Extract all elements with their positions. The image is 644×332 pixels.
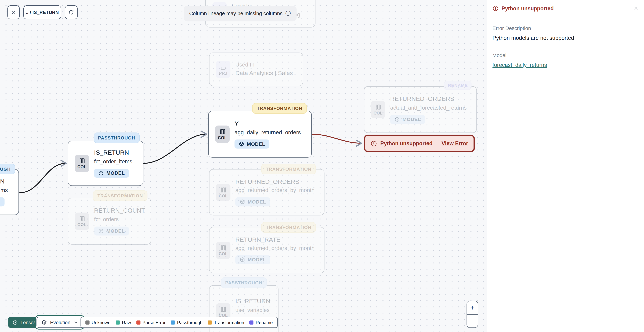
panel-title: Python unsupported — [502, 5, 554, 11]
model-chip: MODEL — [390, 115, 425, 124]
columns-icon — [220, 186, 226, 193]
banner-text: Column lineage may be missing columns — [189, 11, 282, 16]
project-icon: PRJ — [216, 61, 230, 78]
cube-icon — [240, 257, 245, 263]
model-chip: MODEL — [94, 169, 129, 178]
zoom-in-button[interactable]: + — [467, 301, 478, 314]
lineage-node-return-count[interactable]: TRANSFORMATION COL RETURN_COUNT fct_orde… — [68, 198, 151, 245]
lineage-node-is-return-fct-order-items[interactable]: PASSTHROUGH COL IS_RETURN fct_order_item… — [68, 141, 144, 186]
node-title: RETURNED_ORDERS — [235, 178, 314, 186]
error-node-badge[interactable]: Python unsupported View Error — [364, 135, 475, 152]
lineage-node-return-rate[interactable]: TRANSFORMATION COL RETURN_RATE agg_retur… — [209, 227, 324, 273]
lineage-warning-banner: Column lineage may be missing columns ⓘ — [184, 6, 296, 21]
model-chip-label: MODEL — [248, 199, 266, 205]
passthrough-badge: PASSTHROUGH — [94, 132, 140, 143]
node-subtitle: fct_orders — [94, 216, 144, 223]
icon-box-label: PRJ — [219, 71, 228, 75]
legend-swatch-passthrough — [171, 320, 175, 325]
transformation-badge: TRANSFORMATION — [252, 103, 307, 114]
cube-icon — [394, 117, 400, 122]
model-chip: MODEL — [235, 198, 270, 207]
icon-box-label: COL — [374, 111, 383, 115]
node-title: IS_RETURN — [94, 149, 132, 157]
columns-icon — [375, 104, 382, 110]
zoom-controls: + − — [467, 301, 478, 328]
icon-box-label: COL — [219, 251, 228, 256]
passthrough-badge: PASSTHROUGH — [0, 164, 15, 174]
model-chip: MODEL — [0, 197, 4, 207]
edge-type-legend: Unknown Raw Parse Error Passthrough Tran… — [80, 317, 278, 328]
error-description-label: Error Description — [492, 25, 639, 31]
model-chip-label: MODEL — [106, 170, 125, 176]
chevron-down-icon — [73, 320, 78, 325]
refresh-button[interactable] — [65, 5, 78, 19]
lens-selector-value: Evolution — [50, 320, 70, 325]
model-chip: MODEL — [234, 139, 269, 149]
model-chip-label: MODEL — [106, 228, 125, 234]
warning-circle-icon — [492, 5, 499, 11]
node-title: IS_RETURN — [235, 298, 270, 305]
lens-selector[interactable]: Evolution — [35, 315, 85, 330]
column-icon: COL — [215, 125, 230, 143]
node-subtitle: Data Analytics | Sales — [235, 70, 293, 77]
node-title: RETURN_RATE — [235, 236, 314, 244]
cube-icon — [239, 141, 244, 147]
close-lineage-button[interactable] — [7, 5, 20, 19]
column-icon: COL — [216, 184, 230, 201]
aperture-icon — [12, 320, 18, 325]
lineage-node-returned-orders-month[interactable]: TRANSFORMATION COL RETURNED_ORDERS agg_r… — [209, 169, 324, 216]
panel-body: Error Description Python models are not … — [487, 17, 644, 77]
node-subtitle: actual_and_forecasted_returns — [390, 105, 467, 111]
legend-item: Passthrough — [171, 320, 202, 325]
column-icon: COL — [371, 101, 385, 118]
column-icon: COL — [216, 241, 230, 259]
model-chip: MODEL — [235, 255, 270, 265]
legend-item: Unknown — [86, 320, 110, 325]
cube-icon — [98, 170, 104, 176]
icon-box-label: COL — [78, 165, 86, 169]
lineage-node-returned-orders-forecast[interactable]: RENAME COL RETURNED_ORDERS actual_and_fo… — [364, 86, 477, 133]
legend-item: Rename — [250, 320, 273, 325]
node-subtitle: fct_order_items — [0, 187, 8, 194]
column-icon: COL — [75, 155, 89, 172]
node-title: RETURN_COUNT — [94, 207, 144, 215]
legend-swatch-rename — [250, 320, 254, 325]
close-icon — [633, 6, 639, 11]
columns-icon — [220, 244, 226, 251]
model-link[interactable]: forecast_daily_returns — [492, 62, 547, 68]
lineage-canvas[interactable]: PRJ Used In Data Analytics | Marketing P… — [0, 0, 487, 332]
cube-icon — [98, 228, 104, 234]
legend-swatch-raw — [116, 320, 120, 325]
lineage-node-used-in-sales[interactable]: PRJ Used In Data Analytics | Sales — [209, 52, 303, 86]
app-window: PRJ Used In Data Analytics | Marketing P… — [0, 0, 644, 332]
icon-box-label: COL — [78, 222, 86, 227]
node-subtitle: fct_order_items — [94, 158, 132, 165]
transformation-badge: TRANSFORMATION — [93, 190, 148, 201]
columns-icon — [78, 158, 85, 164]
legend-swatch-unknown — [86, 320, 90, 325]
breadcrumb[interactable]: .. / IS_RETURN — [24, 5, 61, 19]
panel-close-button[interactable] — [633, 6, 639, 11]
legend-swatch-parse-error — [136, 320, 140, 325]
lineage-node-y-agg-daily[interactable]: TRANSFORMATION COL Y agg_daily_returned_… — [208, 111, 312, 158]
model-chip: MODEL — [94, 227, 129, 236]
node-subtitle: agg_daily_returned_orders — [234, 129, 301, 136]
view-error-link[interactable]: View Error — [442, 140, 468, 146]
lineage-node-is-return-clipped[interactable]: PASSTHROUGH COL IS_RETURN fct_order_item… — [0, 169, 19, 215]
zoom-out-button[interactable]: − — [467, 314, 478, 328]
error-description-text: Python models are not supported — [492, 35, 639, 41]
rename-badge: RENAME — [444, 81, 472, 90]
passthrough-badge: PASSTHROUGH — [221, 277, 267, 288]
model-chip-label: MODEL — [402, 117, 421, 122]
node-subtitle: agg_returned_orders_by_month — [235, 245, 314, 252]
edge-error-red — [312, 134, 361, 143]
panel-header: Python unsupported — [487, 0, 644, 17]
info-icon[interactable]: ⓘ — [285, 10, 291, 17]
node-subtitle: use_variables — [235, 307, 270, 314]
node-title: Y — [234, 120, 301, 128]
edge-black-center — [143, 134, 206, 163]
cube-icon — [240, 199, 245, 205]
columns-icon — [220, 306, 226, 313]
error-detail-panel: Python unsupported Error Description Pyt… — [487, 0, 644, 332]
model-chip-label: MODEL — [247, 141, 265, 147]
